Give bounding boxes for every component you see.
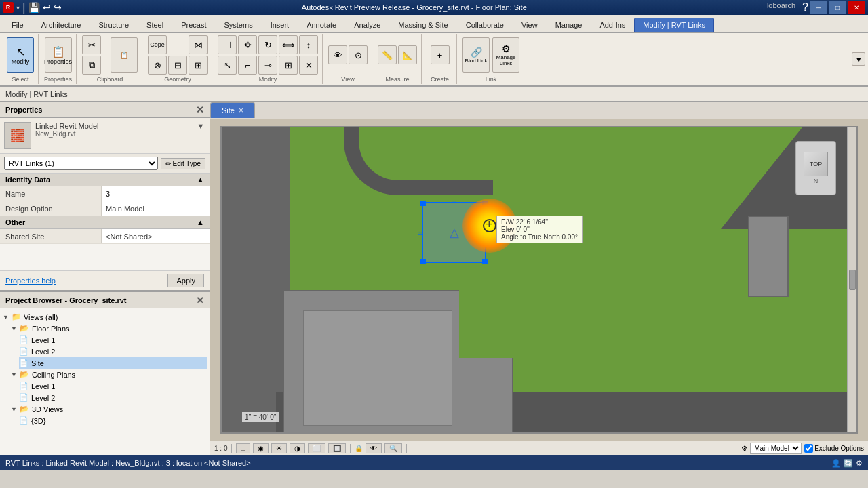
identity-data-section[interactable]: Identity Data ▲ bbox=[0, 174, 210, 186]
move-button[interactable]: ✥ bbox=[238, 35, 257, 54]
properties-close-button[interactable]: ✕ bbox=[196, 104, 204, 115]
ribbon-expand-button[interactable]: ▾ bbox=[852, 52, 865, 66]
exclude-options-checkbox[interactable] bbox=[804, 444, 813, 453]
tree-3d-default[interactable]: 📄 {3D} bbox=[19, 415, 207, 426]
name-input[interactable] bbox=[106, 190, 205, 198]
tree-root[interactable]: ▼ 📁 Views (all) bbox=[3, 311, 207, 323]
scale-ratio: 1 : 0 bbox=[214, 445, 227, 452]
name-value[interactable] bbox=[102, 186, 210, 201]
site-tab-label: Site bbox=[222, 106, 235, 115]
tree-ceil-level2[interactable]: 📄 Level 2 bbox=[19, 392, 207, 403]
minimize-button[interactable]: ─ bbox=[810, 1, 827, 14]
offset-button[interactable]: ⊞ bbox=[189, 56, 208, 75]
tab-insert[interactable]: Insert bbox=[262, 18, 298, 32]
properties-header: Properties ✕ bbox=[0, 102, 210, 118]
instance-dropdown[interactable]: RVT Links (1) bbox=[4, 157, 158, 170]
instance-selector: RVT Links (1) ✏ Edit Type bbox=[0, 154, 210, 174]
tree-floor-plans[interactable]: ▼ 📂 Floor Plans bbox=[11, 323, 207, 334]
join-button[interactable]: ⋈ bbox=[189, 35, 208, 54]
navigation-cube[interactable]: TOP N bbox=[795, 141, 836, 195]
help-icon[interactable]: ? bbox=[802, 1, 808, 14]
split-el-button[interactable]: ⊸ bbox=[258, 56, 277, 75]
tab-systems[interactable]: Systems bbox=[215, 18, 261, 32]
trim-button[interactable]: ⌐ bbox=[238, 56, 257, 75]
manage-links-button[interactable]: ⚙ Manage Links bbox=[492, 37, 519, 73]
mirror-y-button[interactable]: ↕ bbox=[299, 35, 318, 54]
copy-button[interactable]: ⧉ bbox=[82, 56, 101, 75]
rotate-button[interactable]: ↻ bbox=[258, 35, 277, 54]
lock-icon: 🔒 bbox=[355, 445, 363, 452]
tab-steel[interactable]: Steel bbox=[138, 18, 172, 32]
ribbon-group-measure: 📏 📐 Measure bbox=[374, 34, 422, 84]
tab-manage[interactable]: Manage bbox=[547, 18, 591, 32]
canvas-area[interactable]: △ ∞ ∞ E/W 22' 6 1/64'' Elev 0' 0'' Angle… bbox=[210, 119, 868, 441]
sunpath-button[interactable]: ☀ bbox=[271, 443, 287, 453]
close-button[interactable]: ✕ bbox=[848, 1, 865, 14]
main-area: Properties ✕ 🧱 Linked Revit Model New_Bl… bbox=[0, 102, 868, 455]
edit-type-button[interactable]: ✏ Edit Type bbox=[161, 158, 205, 169]
site-tab-close[interactable]: × bbox=[239, 106, 243, 115]
apply-button[interactable]: Apply bbox=[167, 274, 204, 287]
ribbon-group-clipboard: ✂ 📋 ⧉ Clipboard bbox=[78, 34, 142, 84]
tree-site[interactable]: 📄 Site bbox=[19, 357, 207, 369]
site-view-tab[interactable]: Site × bbox=[210, 102, 255, 118]
tab-view[interactable]: View bbox=[513, 18, 547, 32]
split-button[interactable]: ⊟ bbox=[168, 56, 187, 75]
properties-button[interactable]: 📋 Properties bbox=[45, 37, 72, 73]
type-scroll[interactable]: ▼ bbox=[196, 122, 205, 130]
3d-view-button[interactable]: 🔲 bbox=[328, 443, 346, 453]
tab-precast[interactable]: Precast bbox=[172, 18, 215, 32]
sync-icon: 🔄 bbox=[844, 459, 853, 468]
workset-label: ⚙ bbox=[741, 445, 747, 452]
tab-collaborate[interactable]: Collaborate bbox=[457, 18, 513, 32]
maximize-button[interactable]: □ bbox=[829, 1, 846, 14]
tab-analyze[interactable]: Analyze bbox=[345, 18, 389, 32]
cope-button[interactable]: Cope bbox=[148, 35, 167, 54]
tab-structure[interactable]: Structure bbox=[90, 18, 138, 32]
visual-style-button[interactable]: ◉ bbox=[253, 443, 269, 453]
tab-architecture[interactable]: Architecture bbox=[33, 18, 90, 32]
dim-angle: Angle to True North 0.00° bbox=[501, 233, 578, 241]
pb-close-button[interactable]: ✕ bbox=[196, 295, 204, 306]
measure2-button[interactable]: 📐 bbox=[398, 45, 417, 64]
measure-button[interactable]: 📏 bbox=[378, 45, 397, 64]
tree-level2[interactable]: 📄 Level 2 bbox=[19, 346, 207, 357]
shadows-button[interactable]: ◑ bbox=[290, 443, 305, 453]
tab-file[interactable]: File bbox=[3, 18, 33, 32]
tab-modify-rvt[interactable]: Modify | RVT Links bbox=[634, 18, 714, 32]
select-group-label: Select bbox=[12, 76, 28, 83]
mirror-x-button[interactable]: ⟺ bbox=[279, 35, 298, 54]
other-section[interactable]: Other ▲ bbox=[0, 216, 210, 229]
tab-massing[interactable]: Massing & Site bbox=[389, 18, 456, 32]
tab-annotate[interactable]: Annotate bbox=[298, 18, 345, 32]
array-button[interactable]: ⊞ bbox=[279, 56, 298, 75]
temporary-hide-button[interactable]: 🔍 bbox=[384, 443, 402, 453]
cut-geom-button[interactable]: ⊗ bbox=[148, 56, 167, 75]
properties-help-link[interactable]: Properties help bbox=[5, 277, 56, 285]
modify-button[interactable]: ↖ Modify bbox=[7, 37, 34, 73]
hide-cat-button[interactable]: 👁 bbox=[328, 45, 347, 64]
shared-site-row: Shared Site <Not Shared> bbox=[0, 229, 210, 244]
align-button[interactable]: ⊣ bbox=[218, 35, 237, 54]
create-button[interactable]: + bbox=[431, 45, 450, 64]
tree-ceiling-plans[interactable]: ▼ 📂 Ceiling Plans bbox=[11, 369, 207, 380]
bind-link-button[interactable]: 🔗 Bind Link bbox=[462, 37, 490, 73]
workset-dropdown[interactable]: Main Model bbox=[750, 443, 802, 454]
crop-button[interactable]: ⬜ bbox=[308, 443, 326, 453]
cut-button[interactable]: ✂ bbox=[82, 35, 101, 54]
tab-addins[interactable]: Add-Ins bbox=[591, 18, 634, 32]
pb-header: Project Browser - Grocery_site.rvt ✕ bbox=[0, 292, 210, 308]
view-btn2[interactable]: ⊙ bbox=[349, 45, 368, 64]
tree-ceil-level1[interactable]: 📄 Level 1 bbox=[19, 380, 207, 392]
edit-type-icon: ✏ bbox=[165, 160, 171, 167]
delete-button[interactable]: ✕ bbox=[299, 56, 318, 75]
detail-level-button[interactable]: □ bbox=[236, 443, 250, 453]
reveal-elements-button[interactable]: 👁 bbox=[366, 443, 382, 453]
tree-level1[interactable]: 📄 Level 1 bbox=[19, 334, 207, 346]
paste-button[interactable]: 📋 bbox=[111, 37, 138, 73]
type-name: Linked Revit Model bbox=[35, 122, 192, 130]
tree-3d-views[interactable]: ▼ 📂 3D Views bbox=[11, 403, 207, 415]
crosshair-indicator bbox=[483, 219, 496, 232]
canvas-scrollbar[interactable] bbox=[847, 127, 856, 432]
scale-button[interactable]: ⤡ bbox=[218, 56, 237, 75]
